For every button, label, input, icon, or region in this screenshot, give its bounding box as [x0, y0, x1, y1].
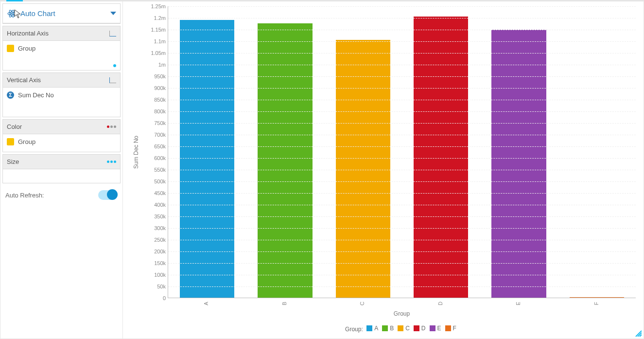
size-body[interactable]	[3, 169, 120, 183]
color-field-label: Group	[18, 138, 35, 145]
grid-line	[168, 181, 636, 182]
grid-line	[168, 123, 636, 124]
horizontal-axis-title: Horizontal Axis	[7, 30, 49, 37]
grid-line	[168, 251, 636, 252]
y-tick-label: 1.25m	[144, 3, 166, 9]
bar-slot	[402, 6, 480, 298]
legend-item[interactable]: D	[414, 325, 426, 332]
horizontal-axis-body[interactable]: Group	[3, 41, 120, 70]
y-tick-label: 1.15m	[144, 27, 166, 33]
resize-handle-icon[interactable]	[635, 330, 643, 338]
bar-slot	[480, 6, 557, 298]
vertical-axis-field[interactable]: Σ Sum Dec No	[7, 91, 116, 99]
y-tick-label: 950k	[144, 73, 166, 79]
chart-plot[interactable]	[168, 6, 636, 298]
active-tab-indicator	[6, 0, 23, 1]
color-dots-icon	[107, 125, 116, 128]
category-swatch-icon	[7, 45, 14, 52]
y-tick-label: 750k	[144, 120, 166, 126]
app-root: Auto Chart Horizontal Axis Group	[0, 0, 644, 339]
y-tick-label: 450k	[144, 190, 166, 196]
legend-label: Group:	[345, 326, 365, 333]
y-tick-label: 850k	[144, 97, 166, 103]
chart-bars	[168, 6, 636, 298]
y-tick-label: 150k	[144, 260, 166, 266]
y-tick-label: 1.2m	[144, 15, 166, 21]
sigma-icon: Σ	[7, 91, 14, 99]
grid-line	[168, 135, 636, 135]
vertical-axis-field-label: Sum Dec No	[18, 91, 54, 99]
horizontal-axis-header[interactable]: Horizontal Axis	[3, 26, 120, 41]
y-tick-label: 300k	[144, 225, 166, 231]
bar-slot	[168, 6, 246, 298]
color-header[interactable]: Color	[3, 120, 120, 134]
legend-text: C	[405, 325, 410, 332]
legend-item[interactable]: F	[445, 325, 456, 332]
bar-slot	[324, 6, 402, 298]
auto-chart-icon	[7, 9, 17, 18]
horizontal-axis-field-label: Group	[18, 45, 35, 52]
legend-text: D	[421, 325, 426, 332]
chart-bar[interactable]	[336, 40, 390, 298]
y-tick-label: 1m	[144, 62, 166, 68]
grid-line	[168, 146, 636, 147]
grid-line	[168, 6, 636, 7]
y-tick-label: 100k	[144, 272, 166, 278]
y-tick-label: 550k	[144, 167, 166, 173]
legend-item[interactable]: E	[430, 325, 441, 332]
svg-point-3	[11, 13, 12, 14]
color-panel: Color Group	[2, 119, 121, 152]
grid-line	[168, 53, 636, 54]
grid-line	[168, 193, 636, 194]
chart-type-selector[interactable]: Auto Chart	[3, 4, 120, 23]
y-tick-label: 1.1m	[144, 38, 166, 44]
y-tick-label: 1.05m	[144, 50, 166, 56]
grid-line	[168, 228, 636, 229]
bar-slot	[558, 6, 636, 298]
chart-bar[interactable]	[414, 17, 468, 298]
y-tick-label: 600k	[144, 155, 166, 161]
chart-legend: Group: ABCDEF	[168, 325, 636, 333]
chart-bar[interactable]	[491, 30, 546, 298]
legend-item[interactable]: B	[382, 325, 394, 332]
chart-bar[interactable]	[180, 20, 234, 298]
legend-text: F	[453, 325, 456, 332]
legend-text: A	[374, 325, 378, 332]
y-tick-label: 650k	[144, 143, 166, 149]
vertical-axis-icon	[109, 77, 116, 83]
vertical-axis-body[interactable]: Σ Sum Dec No	[3, 88, 120, 117]
auto-refresh-row: Auto Refresh:	[2, 185, 121, 205]
legend-text: E	[437, 325, 441, 332]
legend-item[interactable]: C	[398, 325, 410, 332]
color-body[interactable]: Group	[3, 134, 120, 152]
y-tick-label: 0	[144, 295, 166, 301]
chevron-down-icon	[110, 12, 116, 15]
x-axis-title: Group	[168, 310, 636, 317]
legend-swatch	[398, 325, 403, 331]
chart-area: Sum Dec No 050k100k150k200k250k300k350k4…	[123, 1, 644, 339]
color-title: Color	[7, 123, 22, 130]
size-header[interactable]: Size	[3, 155, 120, 169]
grid-line	[168, 100, 636, 100]
size-dots-icon	[107, 161, 116, 163]
horizontal-axis-field[interactable]: Group	[7, 45, 116, 52]
y-tick-label: 700k	[144, 132, 166, 138]
grid-line	[168, 205, 636, 205]
x-axis-labels: ABCDEF	[168, 300, 636, 307]
grid-line	[168, 30, 636, 30]
legend-swatch	[445, 325, 451, 331]
grid-line	[168, 216, 636, 217]
size-panel: Size	[2, 154, 121, 183]
y-tick-label: 900k	[144, 85, 166, 91]
toggle-knob	[107, 189, 118, 200]
chart-type-panel: Auto Chart	[2, 3, 121, 24]
auto-refresh-label: Auto Refresh:	[5, 192, 44, 199]
legend-item[interactable]: A	[366, 325, 378, 332]
horizontal-axis-icon	[109, 31, 116, 36]
vertical-axis-header[interactable]: Vertical Axis	[3, 73, 120, 88]
legend-swatch	[382, 325, 388, 331]
auto-refresh-toggle[interactable]	[98, 190, 118, 200]
color-field[interactable]: Group	[7, 138, 116, 145]
bar-slot	[246, 6, 324, 298]
y-axis-title: Sum Dec No	[133, 136, 139, 169]
